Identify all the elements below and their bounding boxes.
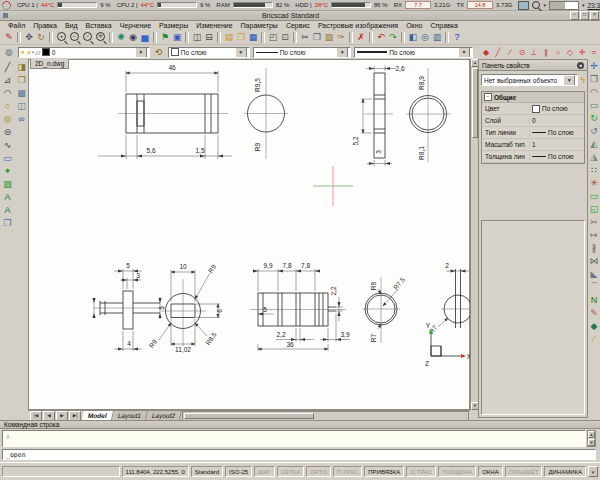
- toolbar-icon[interactable]: [349, 32, 353, 43]
- document-tab[interactable]: 2D_n.dwg: [30, 59, 69, 69]
- format-painter-icon[interactable]: ✑: [335, 31, 347, 43]
- property-row[interactable]: Тип линии По слою: [482, 127, 584, 139]
- canvas-vertical-scrollbar[interactable]: ▲ ▼: [470, 59, 478, 410]
- extend-tool-icon[interactable]: ↦: [588, 228, 600, 241]
- snap-perpendicular-icon[interactable]: ⊥: [528, 46, 540, 58]
- scroll-down-icon[interactable]: ▼: [588, 439, 595, 446]
- arc-tool-icon[interactable]: ◠: [2, 86, 14, 99]
- selection-dropdown-icon[interactable]: ▼: [563, 75, 575, 86]
- tab-next-button[interactable]: ▶: [56, 411, 68, 421]
- copy-icon[interactable]: ❐: [311, 31, 323, 43]
- drawing-explorer-icon[interactable]: ◧: [407, 31, 419, 43]
- find-icon[interactable]: ◎: [419, 31, 431, 43]
- frame-icon[interactable]: ▣: [171, 31, 183, 43]
- tab-layout2[interactable]: Layout2: [146, 411, 182, 420]
- toolbar-icon[interactable]: [401, 32, 405, 43]
- status-toggle[interactable]: ДИНАМИКА: [544, 466, 586, 477]
- menu-item[interactable]: Файл: [4, 22, 29, 29]
- tab-last-button[interactable]: ▶|: [69, 411, 81, 421]
- lineweight-dropdown-icon[interactable]: ▼: [458, 47, 470, 58]
- status-menu-icon[interactable]: ▾: [588, 466, 598, 477]
- scale-tool-icon[interactable]: ◱: [588, 202, 600, 215]
- menu-item[interactable]: Размеры: [155, 22, 192, 29]
- stretch-tool-icon[interactable]: ▭: [588, 189, 600, 202]
- command-window-titlebar[interactable]: Командная строка: [0, 420, 600, 429]
- collapse-icon[interactable]: −: [484, 93, 492, 101]
- offset-tool-icon[interactable]: ◠: [588, 85, 600, 98]
- toolbar-icon[interactable]: [445, 32, 449, 43]
- layer-combo[interactable]: ●✳▪⊡ 0 ▼: [18, 47, 150, 58]
- toolbar-icon[interactable]: [369, 32, 373, 43]
- settings-dialog-icon[interactable]: ▥: [431, 31, 443, 43]
- menu-item[interactable]: Черчение: [116, 22, 156, 29]
- help-icon[interactable]: ?: [451, 31, 463, 43]
- status-toggle[interactable]: СЕТКА: [277, 466, 305, 477]
- tile-horizontal-icon[interactable]: ◫: [191, 31, 203, 43]
- menu-item[interactable]: Вид: [61, 22, 82, 29]
- join-tool-icon[interactable]: ⋈: [588, 254, 600, 267]
- tab-model[interactable]: Model: [82, 411, 114, 420]
- open-file-icon[interactable]: ❒: [235, 31, 247, 43]
- display-tray-icon[interactable]: [518, 1, 529, 10]
- explode-tool-icon[interactable]: ✳: [588, 176, 600, 189]
- rotate-3d-icon[interactable]: ↺: [588, 124, 600, 137]
- print-icon[interactable]: ⊡: [279, 31, 291, 43]
- linetype-dropdown-icon[interactable]: ▼: [336, 47, 348, 58]
- trim-tool-icon[interactable]: ✂: [588, 215, 600, 228]
- properties-group-header[interactable]: − Общие: [482, 92, 584, 103]
- menu-item[interactable]: Параметры: [237, 22, 282, 29]
- mirror-tool-icon[interactable]: ◭: [588, 137, 600, 150]
- line-tool-icon[interactable]: ╱: [2, 60, 14, 73]
- lineweight-combo[interactable]: По слою ▼: [354, 47, 473, 58]
- save-icon[interactable]: ▦: [247, 31, 259, 43]
- toolbar-icon[interactable]: [17, 32, 21, 43]
- status-toggle[interactable]: ОРТО: [306, 466, 330, 477]
- hatch-edit-icon[interactable]: ◆: [588, 319, 600, 332]
- break-tool-icon[interactable]: ∦: [588, 241, 600, 254]
- redo-icon[interactable]: ↷: [387, 31, 399, 43]
- property-row[interactable]: Слой 0: [482, 115, 584, 127]
- mtext-tool-icon[interactable]: A: [2, 203, 14, 216]
- scroll-up-icon[interactable]: ▲: [588, 431, 595, 438]
- toolbar-icon[interactable]: [261, 32, 265, 43]
- snap-center-icon[interactable]: ⊙: [516, 46, 528, 58]
- menu-item[interactable]: Изменение: [192, 22, 236, 29]
- tab-first-button[interactable]: |◀: [30, 411, 42, 421]
- move-tool-icon[interactable]: ✛: [588, 59, 600, 72]
- point-tool-icon[interactable]: ✦: [2, 164, 14, 177]
- cut-icon[interactable]: ✂: [299, 31, 311, 43]
- redline-icon[interactable]: ✎: [3, 31, 15, 43]
- linetype-combo[interactable]: По слою ▼: [253, 47, 352, 58]
- command-input[interactable]: _open: [2, 449, 596, 460]
- toolbar-icon[interactable]: [293, 32, 297, 43]
- tab-prev-button[interactable]: ◀: [43, 411, 55, 421]
- color-dropdown-icon[interactable]: ▼: [235, 47, 247, 58]
- menu-item[interactable]: Справка: [426, 22, 461, 29]
- rotate-tool-icon[interactable]: ↻: [588, 111, 600, 124]
- toolbar-icon[interactable]: [217, 32, 221, 43]
- property-row[interactable]: Толщина лин По слою: [482, 151, 584, 163]
- delete-icon[interactable]: ✗: [355, 31, 367, 43]
- polyline-tool-icon[interactable]: ⊿: [2, 73, 14, 86]
- coordinates-field[interactable]: 111.8404, 222.5255, 0: [122, 466, 189, 477]
- view-globe-icon[interactable]: ✺: [115, 31, 127, 43]
- chamfer-tool-icon[interactable]: ◣: [588, 267, 600, 280]
- copy-pane-icon[interactable]: ❐: [2, 216, 14, 229]
- status-toggle[interactable]: ОКНА: [478, 466, 503, 477]
- status-toggle[interactable]: ШАГ: [254, 466, 275, 477]
- panel-close-icon[interactable]: ●: [577, 62, 584, 69]
- text-style-field[interactable]: Standard: [191, 466, 223, 477]
- snap-tangent-icon[interactable]: ○: [552, 46, 564, 58]
- rectangle-tool-icon[interactable]: ▭: [2, 151, 14, 164]
- toolbar-icon[interactable]: [109, 32, 113, 43]
- array-tool-icon[interactable]: ∷: [588, 163, 600, 176]
- ole-object-icon[interactable]: ◫: [16, 99, 28, 112]
- snap-midpoint-icon[interactable]: ∕: [504, 46, 516, 58]
- close-button[interactable]: ×: [590, 11, 599, 20]
- snap-intersection-icon[interactable]: ✛: [576, 46, 588, 58]
- spline-tool-icon[interactable]: ∿: [2, 138, 14, 151]
- fillet-tool-icon[interactable]: ⌒: [588, 280, 600, 293]
- properties-panel-titlebar[interactable]: Панель свойств ●: [479, 60, 587, 71]
- quick-select-icon[interactable]: ϟ: [580, 75, 585, 85]
- ellipse-tool-icon[interactable]: ⊜: [2, 125, 14, 138]
